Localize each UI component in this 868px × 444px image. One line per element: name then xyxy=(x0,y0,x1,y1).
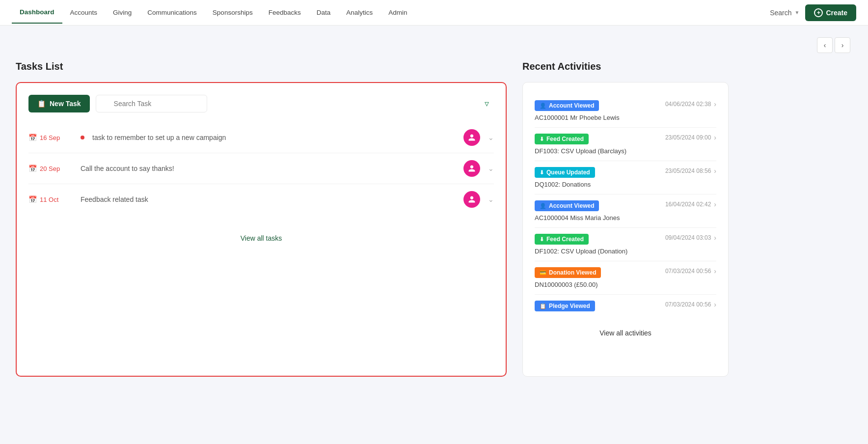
new-task-button[interactable]: 📋 New Task xyxy=(28,95,90,112)
nav-link-communications[interactable]: Communications xyxy=(139,2,205,23)
activity-text: DN10000003 (£50.00) xyxy=(535,281,659,288)
activity-list: 👤 Account Viewed AC1000001 Mr Phoebe Lew… xyxy=(535,94,716,319)
activity-arrow-icon[interactable]: › xyxy=(714,267,716,275)
tasks-title: Tasks List xyxy=(16,61,507,72)
task-avatar[interactable] xyxy=(463,160,480,177)
activity-time: 04/06/2024 02:38 xyxy=(665,101,711,108)
nav-link-feedbacks[interactable]: Feedbacks xyxy=(261,2,309,23)
nav-link-data[interactable]: Data xyxy=(309,2,339,23)
activity-badge: 👤 Account Viewed xyxy=(535,100,599,111)
nav-link-giving[interactable]: Giving xyxy=(105,2,139,23)
task-search-input[interactable] xyxy=(96,95,207,112)
task-row: 📅 16 Sep task to remember to set up a ne… xyxy=(28,122,494,153)
filter-button[interactable]: ▿ xyxy=(480,95,494,112)
activity-item: ⬇ Queue Updated DQ1002: Donations 23/05/… xyxy=(535,161,716,194)
activity-badge-icon: ⬇ xyxy=(540,136,544,142)
activity-right[interactable]: 07/03/2024 00:56 › xyxy=(665,267,716,275)
task-text: task to remember to set up a new campaig… xyxy=(92,134,456,141)
activity-arrow-icon[interactable]: › xyxy=(714,301,716,308)
activity-badge: 💳 Donation Viewed xyxy=(535,267,601,278)
navbar: DashboardAccountsGivingCommunicationsSpo… xyxy=(0,0,868,26)
activity-badge-label: Queue Updated xyxy=(546,169,590,176)
activity-badge-icon: ⬇ xyxy=(540,169,544,176)
activities-card: 👤 Account Viewed AC1000001 Mr Phoebe Lew… xyxy=(522,82,729,377)
activity-right[interactable]: 04/06/2024 02:38 › xyxy=(665,100,716,108)
activity-right[interactable]: 23/05/2024 09:00 › xyxy=(665,134,716,141)
task-expand-icon[interactable]: ⌄ xyxy=(488,134,494,141)
task-row: 📅 20 Sep Call the account to say thanks!… xyxy=(28,153,494,184)
activity-badge-label: Feed Created xyxy=(546,236,584,243)
activity-item: 💳 Donation Viewed DN10000003 (£50.00) 07… xyxy=(535,261,716,295)
new-task-label: New Task xyxy=(50,100,81,108)
activity-left: ⬇ Feed Created DF1002: CSV Upload (Donat… xyxy=(535,234,659,255)
view-all-tasks-link[interactable]: View all tasks xyxy=(241,234,282,242)
activity-left: 👤 Account Viewed AC1000004 Miss Maria Jo… xyxy=(535,200,659,222)
activity-badge-label: Pledge Viewed xyxy=(549,303,590,309)
activity-text: DF1002: CSV Upload (Donation) xyxy=(535,248,659,255)
activity-left: 👤 Account Viewed AC1000001 Mr Phoebe Lew… xyxy=(535,100,659,121)
nav-arrows: ‹ › xyxy=(16,37,852,53)
tasks-toolbar: 📋 New Task 🔍 ▿ xyxy=(28,95,494,112)
new-task-icon: 📋 xyxy=(37,100,46,108)
activity-badge: 📋 Pledge Viewed xyxy=(535,301,595,311)
activity-item: 👤 Account Viewed AC1000001 Mr Phoebe Lew… xyxy=(535,94,716,128)
activity-badge: ⬇ Feed Created xyxy=(535,234,589,245)
view-all-activities-link[interactable]: View all activities xyxy=(599,329,651,337)
task-expand-icon[interactable]: ⌄ xyxy=(488,195,494,203)
activity-text: DQ1002: Donations xyxy=(535,181,659,188)
task-row: 📅 11 Oct Feedback related task ⌄ xyxy=(28,184,494,215)
tasks-card: 📋 New Task 🔍 ▿ 📅 16 Sep task to re xyxy=(16,82,507,377)
activity-badge: 👤 Account Viewed xyxy=(535,200,599,211)
activity-right[interactable]: 23/05/2024 08:56 › xyxy=(665,167,716,175)
calendar-icon: 📅 xyxy=(28,195,37,203)
activity-badge-icon: 👤 xyxy=(540,203,546,209)
task-dot xyxy=(81,136,84,139)
task-expand-icon[interactable]: ⌄ xyxy=(488,165,494,172)
task-date-text: 20 Sep xyxy=(40,165,60,172)
activity-left: ⬇ Queue Updated DQ1002: Donations xyxy=(535,167,659,188)
nav-link-analytics[interactable]: Analytics xyxy=(338,2,380,23)
activity-badge-icon: ⬇ xyxy=(540,236,544,243)
activity-text: AC1000001 Mr Phoebe Lewis xyxy=(535,114,659,121)
nav-link-sponsorships[interactable]: Sponsorships xyxy=(205,2,261,23)
view-all-activities-container: View all activities xyxy=(535,329,716,337)
create-label: Create xyxy=(826,9,847,17)
activity-badge-label: Donation Viewed xyxy=(549,269,596,276)
task-avatar[interactable] xyxy=(463,129,480,146)
activity-arrow-icon[interactable]: › xyxy=(714,234,716,242)
create-button[interactable]: + Create xyxy=(805,4,856,21)
nav-link-dashboard[interactable]: Dashboard xyxy=(12,1,62,24)
calendar-icon: 📅 xyxy=(28,134,37,141)
task-date: 📅 11 Oct xyxy=(28,195,73,203)
activity-arrow-icon[interactable]: › xyxy=(714,134,716,141)
activities-title: Recent Activities xyxy=(522,61,729,72)
activity-arrow-icon[interactable]: › xyxy=(714,200,716,208)
activity-badge-icon: 👤 xyxy=(540,103,546,109)
plus-circle-icon: + xyxy=(814,8,823,17)
view-all-tasks-container: View all tasks xyxy=(28,226,494,242)
activity-time: 23/05/2024 08:56 xyxy=(665,167,711,174)
main-content: ‹ › Tasks List 📋 New Task 🔍 ▿ xyxy=(0,26,868,388)
activity-item: 📋 Pledge Viewed 07/03/2024 00:56 › xyxy=(535,295,716,319)
activities-scroll: 👤 Account Viewed AC1000001 Mr Phoebe Lew… xyxy=(535,94,716,319)
activity-arrow-icon[interactable]: › xyxy=(714,100,716,108)
activity-badge-label: Account Viewed xyxy=(549,202,594,209)
calendar-icon: 📅 xyxy=(28,165,37,172)
activity-left: 📋 Pledge Viewed xyxy=(535,301,659,313)
next-arrow-button[interactable]: › xyxy=(835,37,850,53)
activity-arrow-icon[interactable]: › xyxy=(714,167,716,175)
nav-link-admin[interactable]: Admin xyxy=(380,2,415,23)
activity-right[interactable]: 07/03/2024 00:56 › xyxy=(665,301,716,308)
search-button[interactable]: Search ▼ xyxy=(770,9,799,17)
prev-arrow-button[interactable]: ‹ xyxy=(817,37,833,53)
activity-right[interactable]: 16/04/2024 02:42 › xyxy=(665,200,716,208)
activity-time: 07/03/2024 00:56 xyxy=(665,301,711,308)
task-avatar[interactable] xyxy=(463,191,480,208)
activities-section: Recent Activities 👤 Account Viewed AC100… xyxy=(522,61,729,377)
nav-link-accounts[interactable]: Accounts xyxy=(62,2,106,23)
activity-left: ⬇ Feed Created DF1003: CSV Upload (Barcl… xyxy=(535,134,659,155)
activity-right[interactable]: 09/04/2024 03:03 › xyxy=(665,234,716,242)
filter-icon: ▿ xyxy=(485,99,489,109)
activity-badge-label: Account Viewed xyxy=(549,102,594,109)
activity-badge: ⬇ Queue Updated xyxy=(535,167,595,178)
